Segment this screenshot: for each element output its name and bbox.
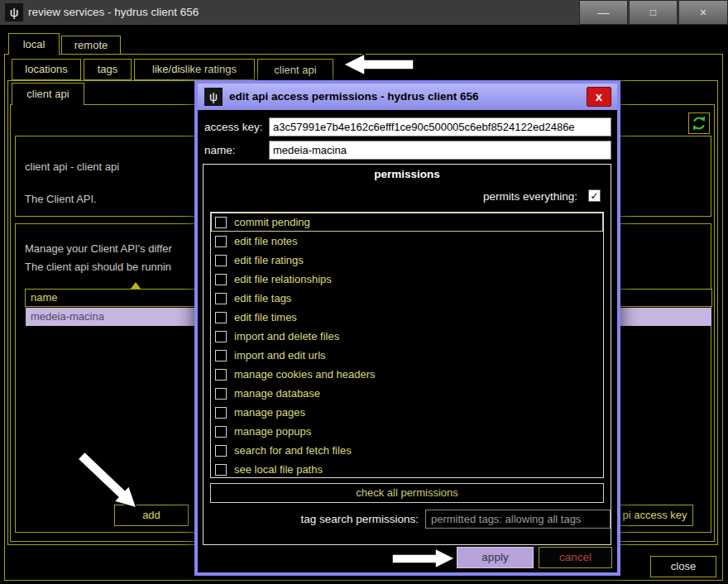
add-button[interactable]: add — [114, 505, 189, 526]
permission-row[interactable]: import and delete files — [211, 327, 603, 346]
permission-row[interactable]: commit pending — [211, 213, 603, 232]
tag-search-permissions-label: tag search permissions: — [245, 513, 419, 525]
sort-ascending-icon — [131, 282, 141, 289]
tab-like-dislike-ratings[interactable]: like/dislike ratings — [134, 59, 255, 80]
service-heading: client api - client api — [25, 160, 119, 173]
manage-text-line1: Manage your Client API's differ — [25, 242, 172, 255]
permission-row[interactable]: manage database — [211, 384, 603, 403]
hydrus-dialog-icon: ψ — [204, 88, 223, 106]
hydrus-app-icon: ψ — [5, 3, 23, 22]
service-description: The Client API. — [25, 193, 97, 205]
dialog-titlebar[interactable]: ψ edit api access permissions - hydrus c… — [198, 84, 617, 110]
permission-row[interactable]: see local file paths — [211, 460, 603, 479]
access-key-label: access key: — [204, 121, 263, 133]
maximize-button[interactable]: □ — [629, 0, 678, 25]
tag-search-permissions-button[interactable]: permitted tags: allowing all tags — [425, 510, 611, 529]
permission-row[interactable]: manage popups — [211, 422, 603, 441]
dialog-title: edit api access permissions - hydrus cli… — [229, 90, 479, 103]
checkbox-unchecked[interactable] — [215, 426, 227, 438]
minimize-button[interactable]: — — [579, 0, 628, 25]
window-title: review services - hydrus client 656 — [28, 6, 199, 18]
name-input[interactable] — [269, 141, 611, 160]
tab-client-api-service[interactable]: client api — [12, 83, 84, 105]
close-window-button[interactable]: × — [678, 0, 728, 25]
app-window: ψ review services - hydrus client 656 — … — [0, 0, 728, 584]
manage-text-line2: The client api should be runnin — [25, 261, 171, 273]
checkbox-unchecked[interactable] — [215, 217, 227, 228]
refresh-button[interactable] — [688, 112, 710, 134]
window-titlebar: ψ review services - hydrus client 656 — … — [0, 0, 728, 25]
apply-button[interactable]: apply — [457, 547, 534, 568]
checkbox-unchecked[interactable] — [215, 274, 227, 285]
checkbox-unchecked[interactable] — [215, 236, 227, 247]
checkbox-unchecked[interactable] — [215, 293, 227, 304]
checkbox-unchecked[interactable] — [215, 312, 227, 323]
permission-row[interactable]: edit file ratings — [211, 251, 603, 270]
tab-remote[interactable]: remote — [61, 36, 121, 55]
edit-api-permissions-dialog: ψ edit api access permissions - hydrus c… — [194, 80, 620, 576]
checkbox-unchecked[interactable] — [215, 331, 227, 342]
checkbox-unchecked[interactable] — [215, 407, 227, 419]
checkbox-unchecked[interactable] — [215, 388, 227, 400]
checkbox-unchecked[interactable] — [215, 350, 227, 361]
check-all-permissions-button[interactable]: check all permissions — [210, 483, 604, 503]
permits-everything-checkbox[interactable]: ✓ — [588, 189, 601, 202]
tab-client-api[interactable]: client api — [257, 59, 333, 81]
permission-row[interactable]: edit file relationships — [211, 270, 603, 289]
checkbox-unchecked[interactable] — [215, 369, 227, 381]
tab-local[interactable]: local — [8, 33, 60, 55]
dialog-close-button[interactable]: x — [587, 87, 611, 107]
permission-row[interactable]: edit file notes — [211, 232, 603, 251]
permission-row[interactable]: manage pages — [211, 403, 603, 422]
permissions-title: permissions — [204, 168, 611, 180]
permission-row[interactable]: import and edit urls — [211, 346, 603, 365]
copy-api-access-key-button[interactable]: pi access key — [616, 505, 693, 526]
checkbox-unchecked[interactable] — [215, 445, 227, 457]
permission-row[interactable]: edit file tags — [211, 289, 603, 308]
permission-row[interactable]: edit file times — [211, 308, 603, 327]
permits-everything-label: permits everything: — [483, 190, 577, 203]
checkbox-unchecked[interactable] — [215, 464, 227, 476]
permissions-list[interactable]: commit pending edit file notes edit file… — [210, 212, 604, 478]
cancel-button[interactable]: cancel — [539, 547, 612, 568]
close-button[interactable]: close — [650, 556, 716, 577]
refresh-icon — [691, 115, 707, 132]
tab-tags[interactable]: tags — [84, 59, 132, 80]
access-key-input[interactable] — [269, 117, 611, 136]
permission-row[interactable]: search for and fetch files — [211, 441, 603, 460]
name-label: name: — [204, 144, 236, 156]
checkbox-unchecked[interactable] — [215, 255, 227, 266]
tab-locations[interactable]: locations — [12, 59, 81, 80]
permissions-groupbox: permissions permits everything: ✓ commit… — [203, 164, 611, 545]
permission-row[interactable]: manage cookies and headers — [211, 365, 603, 384]
